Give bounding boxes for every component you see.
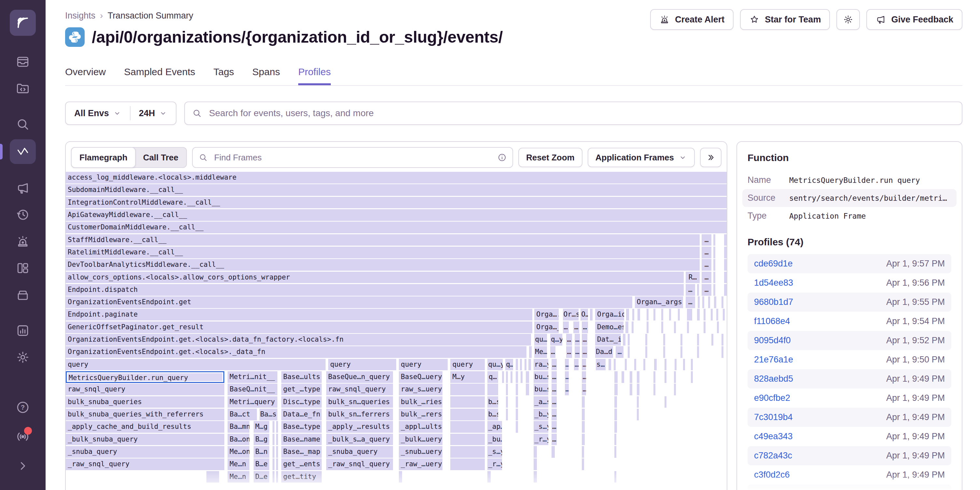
flame-frame[interactable]: Me…y: [534, 346, 547, 358]
flame-frame[interactable]: _appl…ults: [399, 421, 442, 433]
flame-frame[interactable]: [582, 409, 584, 420]
flame-frame[interactable]: [637, 371, 640, 383]
flame-frame[interactable]: [628, 346, 630, 358]
sidebar-item-expand[interactable]: [10, 454, 36, 477]
flame-frame[interactable]: Ba…ct: [228, 409, 256, 420]
flame-frame[interactable]: [724, 259, 727, 271]
flame-frame[interactable]: …: [582, 384, 586, 395]
sidebar-item-archive[interactable]: [10, 283, 36, 306]
flame-frame[interactable]: IntegrationControlMiddleware.__call__: [66, 197, 727, 209]
flame-frame[interactable]: CustomerDomainMiddleware.__call__: [66, 222, 727, 233]
flame-frame[interactable]: [721, 346, 724, 358]
flame-frame[interactable]: [669, 309, 671, 320]
flame-frame[interactable]: Metri…nit__: [228, 371, 277, 383]
flame-frame[interactable]: [723, 309, 725, 320]
flame-frame[interactable]: [614, 384, 617, 395]
flame-frame[interactable]: [697, 334, 699, 346]
flame-frame[interactable]: StaffMiddleware.__call__: [66, 234, 700, 246]
flame-frame[interactable]: [630, 371, 632, 383]
flame-frame[interactable]: bu…s: [534, 384, 548, 395]
flame-frame[interactable]: …: [573, 322, 579, 333]
profile-link[interactable]: c782a43c: [754, 450, 792, 461]
flame-frame[interactable]: M…y: [450, 371, 485, 383]
flame-frame[interactable]: _ap…ts: [487, 421, 502, 433]
flame-frame[interactable]: [582, 421, 584, 433]
flame-frame[interactable]: [637, 396, 639, 408]
flame-frame[interactable]: [717, 322, 719, 333]
flame-frame[interactable]: [691, 359, 693, 371]
flame-frame[interactable]: RatelimitMiddleware.__call__: [66, 247, 700, 258]
flame-frame[interactable]: [614, 396, 617, 408]
flame-frame[interactable]: s…r: [596, 359, 606, 371]
flame-frame[interactable]: Orga…_fn: [534, 322, 559, 333]
flame-frame[interactable]: raw_snql_query: [66, 384, 224, 395]
flame-frame[interactable]: [552, 446, 555, 458]
flame-frame[interactable]: get_…ents: [281, 458, 322, 470]
flame-frame[interactable]: …: [702, 284, 711, 296]
flame-frame[interactable]: [724, 234, 727, 246]
flame-frame[interactable]: ra…y: [534, 359, 548, 371]
flame-frame[interactable]: Orga…ion: [595, 309, 624, 320]
profile-link[interactable]: c3f0d2c6: [754, 470, 790, 480]
flame-frame[interactable]: [516, 421, 518, 433]
flame-frame[interactable]: [506, 371, 508, 383]
flame-frame[interactable]: …: [574, 359, 579, 371]
flame-frame[interactable]: [713, 272, 715, 283]
flame-frame[interactable]: _r…y: [534, 434, 548, 446]
flame-frame[interactable]: Ba…s: [259, 409, 277, 420]
sidebar-item-explore[interactable]: [10, 77, 36, 100]
flame-frame[interactable]: [698, 297, 700, 308]
flame-frame[interactable]: …: [552, 409, 557, 420]
flame-frame[interactable]: …: [702, 247, 711, 258]
settings-button[interactable]: [837, 9, 860, 30]
flame-frame[interactable]: [637, 384, 640, 395]
flame-frame[interactable]: [632, 309, 634, 320]
view-toggle-call-tree[interactable]: Call Tree: [135, 148, 186, 167]
flame-frame[interactable]: [450, 434, 485, 446]
flame-frame[interactable]: [487, 384, 498, 395]
flame-frame[interactable]: [399, 471, 402, 483]
flame-frame[interactable]: GenericOffsetPaginator.get_result: [66, 322, 532, 333]
flame-frame[interactable]: bu…s: [534, 371, 548, 383]
profile-link[interactable]: 7c3019b4: [754, 412, 793, 422]
flame-frame[interactable]: BaseQ…nit__: [228, 384, 277, 395]
flame-frame[interactable]: Ba…on: [228, 434, 250, 446]
flame-frame[interactable]: [450, 396, 485, 408]
flame-frame-selected[interactable]: MetricsQueryBuilder.run_query: [66, 371, 224, 383]
flame-frame[interactable]: bulk_snuba_queries_with_referrers: [66, 409, 224, 420]
flame-frame[interactable]: [450, 421, 485, 433]
flame-frame[interactable]: [528, 359, 531, 371]
environment-filter[interactable]: All Envs: [66, 102, 130, 124]
flame-frame[interactable]: Dat…_id: [595, 334, 621, 346]
flame-frame[interactable]: …: [552, 359, 557, 371]
flame-frame[interactable]: [525, 359, 527, 371]
flame-frame[interactable]: get…tity: [281, 471, 322, 483]
flame-frame[interactable]: [645, 334, 647, 346]
flame-frame[interactable]: BaseQ…uery: [399, 371, 442, 383]
flame-frame[interactable]: _raw_…uery: [399, 458, 442, 470]
flame-frame[interactable]: Organ…_args: [635, 297, 683, 308]
flame-frame[interactable]: [516, 409, 518, 420]
flame-frame[interactable]: [534, 471, 537, 483]
flame-frame[interactable]: Demo…ess: [595, 322, 624, 333]
flame-frame[interactable]: _apply_…results: [326, 421, 393, 433]
flame-frame[interactable]: …: [575, 346, 580, 358]
flame-frame[interactable]: _raw_snql_query: [326, 458, 393, 470]
flame-frame[interactable]: [713, 259, 715, 271]
flame-frame[interactable]: [711, 334, 713, 346]
flame-frame[interactable]: [276, 446, 278, 458]
flame-frame[interactable]: Data…e_fn: [281, 409, 322, 420]
flame-frame[interactable]: [614, 359, 616, 371]
flame-frame[interactable]: [675, 359, 676, 371]
flame-frame[interactable]: query: [66, 359, 326, 371]
flame-frame[interactable]: [276, 421, 278, 433]
flame-frame[interactable]: [708, 297, 710, 308]
view-toggle-flamegraph[interactable]: Flamegraph: [71, 147, 136, 168]
flame-frame[interactable]: B…g: [254, 434, 270, 446]
flame-frame[interactable]: OrganizationEventsEndpoint.get.<locals>.…: [66, 346, 527, 358]
flame-frame[interactable]: [207, 471, 219, 483]
flame-frame[interactable]: [450, 458, 485, 470]
flame-frame[interactable]: …: [552, 396, 557, 408]
flame-frame[interactable]: [534, 458, 537, 470]
flame-frame[interactable]: [678, 309, 680, 320]
